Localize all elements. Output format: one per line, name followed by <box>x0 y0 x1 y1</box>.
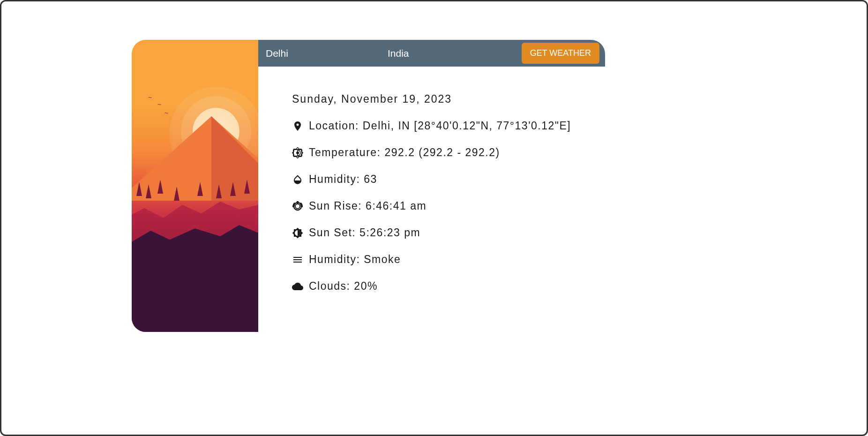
country-input[interactable] <box>386 44 494 63</box>
right-panel: GET WEATHER Sunday, November 19, 2023 Lo… <box>258 40 605 332</box>
svg-point-1 <box>296 151 299 154</box>
sunrise-row: Sun Rise: 6:46:41 am <box>292 200 596 212</box>
location-row: Location: Delhi, IN [28°40'0.12"N, 77°13… <box>292 120 596 132</box>
sunset-image-panel: ~ ~ ~ <box>132 40 258 332</box>
location-icon <box>292 120 303 132</box>
condition-text: Humidity: Smoke <box>309 253 401 266</box>
temperature-row: Temperature: 292.2 (292.2 - 292.2) <box>292 146 596 159</box>
weather-info-panel: Sunday, November 19, 2023 Location: Delh… <box>258 67 605 316</box>
date-text: Sunday, November 19, 2023 <box>292 93 452 105</box>
sunset-icon <box>292 227 303 239</box>
sunrise-text: Sun Rise: 6:46:41 am <box>309 200 427 212</box>
clouds-text: Clouds: 20% <box>309 280 378 293</box>
humidity-row: Humidity: 63 <box>292 173 596 186</box>
temperature-text: Temperature: 292.2 (292.2 - 292.2) <box>309 146 500 159</box>
location-text: Location: Delhi, IN [28°40'0.12"N, 77°13… <box>309 120 571 132</box>
city-input[interactable] <box>264 44 376 63</box>
humidity-icon <box>292 174 303 185</box>
weather-card: ~ ~ ~ GET WEATHER Sunday, November 19, 2… <box>132 40 605 332</box>
clouds-row: Clouds: 20% <box>292 280 596 293</box>
search-form-bar: GET WEATHER <box>258 40 605 67</box>
cloud-icon <box>292 281 303 292</box>
sunset-text: Sun Set: 5:26:23 pm <box>309 226 420 239</box>
temperature-icon <box>292 147 303 158</box>
sunrise-icon <box>292 201 303 212</box>
get-weather-button[interactable]: GET WEATHER <box>522 43 599 64</box>
sunset-row: Sun Set: 5:26:23 pm <box>292 226 596 239</box>
humidity-text: Humidity: 63 <box>309 173 377 186</box>
condition-icon <box>292 254 303 265</box>
date-row: Sunday, November 19, 2023 <box>292 93 596 105</box>
condition-row: Humidity: Smoke <box>292 253 596 266</box>
